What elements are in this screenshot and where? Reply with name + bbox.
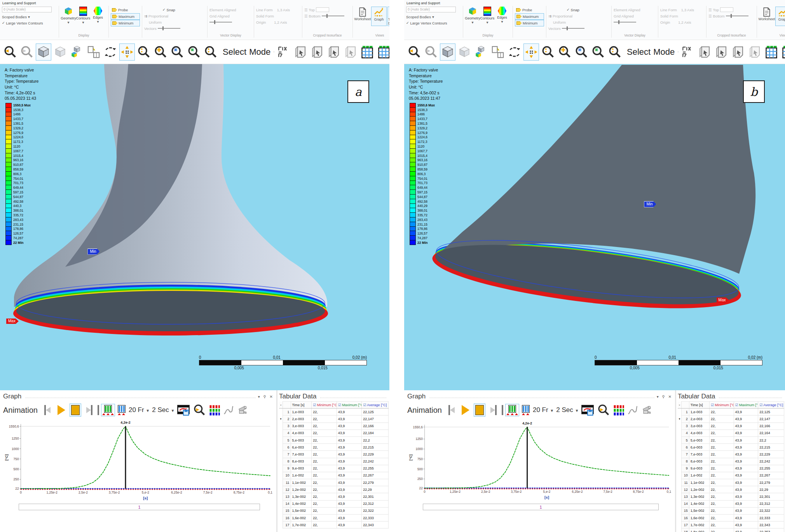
model-viewport[interactable]: A: Factory valveTemperatureType: Tempera… xyxy=(404,64,785,390)
axis-13-option[interactable]: 1,3 Axis xyxy=(277,8,290,12)
result-set-timeline[interactable]: 1 xyxy=(423,504,659,510)
worksheet-button[interactable]: Worksheet xyxy=(759,7,775,26)
select-vertex-button[interactable] xyxy=(293,43,308,61)
crop-slider[interactable] xyxy=(322,16,344,16)
worksheet-button[interactable]: Worksheet xyxy=(355,7,370,26)
vector-display-slider[interactable] xyxy=(209,22,232,23)
pane-controls[interactable]: ▾ ⚲ ✕ xyxy=(258,395,274,399)
table-row[interactable]: 111,1e-00222,43,922,279 xyxy=(279,479,389,486)
column-checkbox[interactable]: ☑ xyxy=(338,403,342,407)
table-row[interactable]: 77,e-00322,43,922,229 xyxy=(279,451,389,458)
manage-views-button[interactable] xyxy=(473,43,489,61)
edges-dropdown[interactable]: Edges▾ xyxy=(495,7,509,24)
probe-curve-button[interactable] xyxy=(223,404,234,416)
table-row[interactable]: 151,5e-00222,43,922,322 xyxy=(678,507,784,514)
split-window-button[interactable] xyxy=(490,43,506,61)
step-last-button[interactable] xyxy=(84,403,95,417)
learning-and-support-link[interactable]: Learning and Support xyxy=(0,0,389,6)
geometry-dropdown[interactable]: Geometry▾ xyxy=(61,7,76,24)
probe-curve-button[interactable] xyxy=(627,404,638,416)
camera-export-button[interactable] xyxy=(237,404,250,416)
table-row[interactable]: 33,e-00322,43,922,166 xyxy=(279,422,389,429)
snap-checkbox[interactable]: Snap xyxy=(167,8,175,12)
scoped-bodies-dropdown[interactable]: Scoped Bodies ▾ xyxy=(2,14,57,20)
frames-dropdown[interactable]: 20 Fr ▼ xyxy=(129,406,150,414)
select-body-button[interactable] xyxy=(343,43,358,61)
table-row[interactable]: 88,e-00322,43,922,242 xyxy=(678,458,784,465)
table-row[interactable]: 88,e-00322,43,922,242 xyxy=(279,458,389,465)
rotate-button[interactable] xyxy=(507,43,522,61)
crop-bottom-option[interactable]: Bottom xyxy=(713,14,725,18)
zoom-previous-button[interactable]: ◀ xyxy=(2,43,18,61)
vector-display-slider[interactable] xyxy=(614,22,636,23)
select-vertex-button[interactable] xyxy=(697,43,712,61)
table-row[interactable]: 66,e-00322,43,922,215 xyxy=(279,444,389,451)
contours-dropdown[interactable]: Contours▾ xyxy=(76,7,91,24)
uniform-option[interactable]: Uniform xyxy=(149,20,162,24)
column-header[interactable]: ☑ Average [°C] xyxy=(362,402,389,409)
pane-controls[interactable]: ▾ ⚲ ✕ xyxy=(657,395,673,399)
select-magnifier-button[interactable]: ▲▼ xyxy=(203,43,218,61)
iso-view-button[interactable] xyxy=(36,43,51,61)
column-checkbox[interactable]: ☑ xyxy=(711,403,715,407)
select-edge-button[interactable] xyxy=(713,43,729,61)
table-row[interactable]: ▾22,e-00322,43,922,147 xyxy=(678,416,784,422)
zoom-to-range-button[interactable]: ▶ xyxy=(192,403,206,417)
crop-slider[interactable] xyxy=(726,16,748,16)
table-row[interactable]: 141,4e-00222,43,922,312 xyxy=(279,500,389,507)
table-row[interactable]: 171,7e-00222,43,922,343 xyxy=(279,522,389,529)
zoom-updown-button[interactable]: ▲▼ xyxy=(540,43,556,61)
result-sets-button[interactable] xyxy=(613,404,625,416)
result-timesteps-button[interactable] xyxy=(117,404,126,416)
zoom-to-range-button[interactable]: ▶ xyxy=(597,403,611,417)
table-row[interactable]: 44,e-00322,43,922,164 xyxy=(678,429,784,436)
table-row[interactable]: 121,2e-00222,43,922,29 xyxy=(678,486,784,493)
export-video-button[interactable] xyxy=(177,404,190,416)
crop-top-option[interactable]: Top xyxy=(713,8,719,12)
table-row[interactable]: 77,e-00322,43,922,229 xyxy=(678,451,784,458)
temperature-chart[interactable]: 1550,6125010007505002502201,25e-22,5e-23… xyxy=(3,419,274,501)
zoom-previous-button[interactable]: ◀ xyxy=(406,43,422,61)
select-body-button[interactable] xyxy=(747,43,762,61)
element-aligned-option[interactable]: Element Aligned xyxy=(209,8,236,12)
uniform-option[interactable]: Uniform xyxy=(553,20,566,24)
grid-aligned-option[interactable]: Grid Aligned xyxy=(614,14,634,18)
minimum-button[interactable]: Minimum xyxy=(515,20,544,26)
table-row[interactable]: 131,3e-00222,43,922,301 xyxy=(678,493,784,500)
table-row[interactable]: 131,3e-00222,43,922,301 xyxy=(279,493,389,500)
grid-aligned-option[interactable]: Grid Aligned xyxy=(209,14,230,18)
manage-views-button[interactable] xyxy=(69,43,85,61)
column-header[interactable]: ☑ Maximum [°C] xyxy=(337,402,361,409)
box-zoom-button[interactable]: ▣ xyxy=(574,43,589,61)
result-set-timeline[interactable]: 1 xyxy=(19,504,260,510)
column-header[interactable]: Time [s] xyxy=(291,402,312,409)
table-row[interactable]: 151,5e-00222,43,922,322 xyxy=(279,507,389,514)
auto-scale-combo[interactable]: 0 (Auto Scale) xyxy=(2,7,52,12)
table-row[interactable]: 181,8e-00222,43,922,353 xyxy=(678,529,784,532)
probe-button[interactable]: Probe xyxy=(111,7,140,13)
zoom-fit-button[interactable]: ▣ xyxy=(590,43,606,61)
zoom-updown-button[interactable]: ▲▼ xyxy=(136,43,152,61)
solid-form-option[interactable]: Solid Form xyxy=(256,14,274,18)
crop-bottom-option[interactable]: Bottom xyxy=(309,14,321,18)
column-header[interactable]: ☑ Minimum [°C] xyxy=(312,402,337,409)
origin-option[interactable]: Origin xyxy=(660,20,670,24)
table-row[interactable]: 44,e-00322,43,922,184 xyxy=(279,429,389,436)
table-row[interactable]: 161,6e-00222,43,922,333 xyxy=(678,515,784,522)
mesh-view-button[interactable] xyxy=(359,43,375,61)
zoom-next-button[interactable]: ▶ xyxy=(19,43,35,61)
vectors-slider[interactable] xyxy=(158,28,180,29)
axis-12-option[interactable]: 1,2 Axis xyxy=(678,20,691,24)
table-row[interactable]: 121,2e-00222,43,922,29 xyxy=(279,486,389,493)
vectors-slider[interactable] xyxy=(562,28,584,29)
auto-scale-combo[interactable]: 0 (Auto Scale) xyxy=(406,7,456,12)
mode-dropdown[interactable]: Mode xyxy=(653,47,675,57)
stop-button[interactable] xyxy=(474,403,485,417)
play-button[interactable] xyxy=(56,403,67,417)
column-checkbox[interactable]: ☑ xyxy=(363,403,367,407)
column-header[interactable]: ☑ Minimum [°C] xyxy=(709,402,734,409)
solid-form-option[interactable]: Solid Form xyxy=(660,14,678,18)
maximum-button[interactable]: Maximum xyxy=(111,13,140,20)
temperature-chart[interactable]: 1550,6125010007505002502201,25e-22,5e-23… xyxy=(407,419,673,501)
table-row[interactable]: 55,e-00322,43,922,2 xyxy=(678,436,784,443)
